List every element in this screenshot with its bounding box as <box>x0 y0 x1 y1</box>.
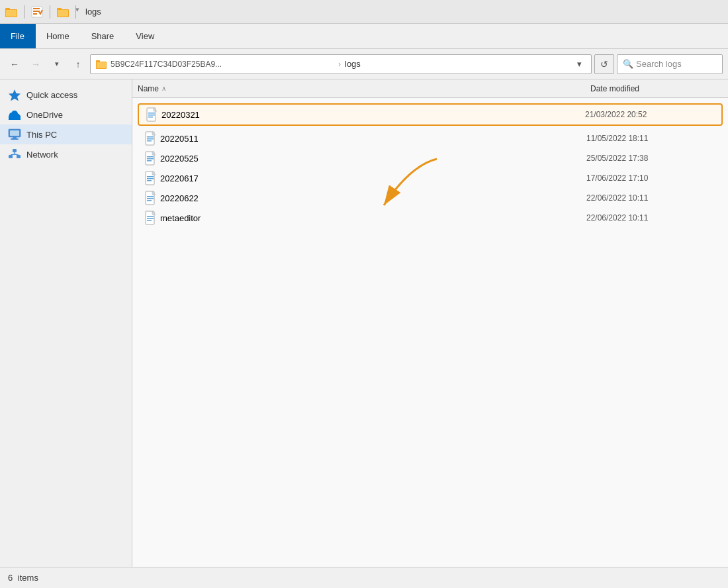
table-row[interactable]: metaeditor 22/06/2022 10:11 <box>138 208 723 228</box>
svg-rect-33 <box>148 117 153 118</box>
svg-rect-18 <box>9 117 21 120</box>
sidebar-label-network: Network <box>26 150 58 160</box>
svg-rect-2 <box>6 10 17 17</box>
file-icon-0 <box>143 107 161 122</box>
table-row[interactable]: 20220511 11/05/2022 18:11 <box>138 128 723 148</box>
file-icon-2 <box>142 151 160 166</box>
title-divider <box>24 5 24 19</box>
address-current-folder: logs <box>345 59 569 69</box>
svg-line-27 <box>11 154 15 155</box>
col-date-label: Date modified <box>590 84 723 93</box>
file-date-4: 22/06/2022 10:11 <box>586 193 719 203</box>
sidebar-item-network[interactable]: Network <box>0 144 132 164</box>
window-title: logs <box>85 7 101 17</box>
svg-rect-46 <box>147 176 154 177</box>
sidebar-label-quick-access: Quick access <box>26 90 77 100</box>
search-box[interactable]: 🔍 Search logs <box>617 54 723 74</box>
svg-rect-6 <box>33 13 37 15</box>
folder-icon-2 <box>57 7 69 17</box>
address-dropdown-button[interactable]: ▾ <box>572 55 586 74</box>
address-folder-icon <box>96 60 107 69</box>
file-icon-3 <box>142 171 160 185</box>
svg-rect-47 <box>147 178 154 179</box>
column-headers: Name ∧ Date modified <box>132 79 728 98</box>
forward-button[interactable]: → <box>26 55 45 74</box>
svg-marker-13 <box>9 89 21 101</box>
svg-rect-5 <box>33 11 40 12</box>
file-icon-1 <box>142 131 160 146</box>
svg-rect-32 <box>148 115 155 116</box>
svg-rect-57 <box>147 218 154 219</box>
svg-rect-52 <box>147 198 154 199</box>
file-icon-5 <box>142 211 160 225</box>
svg-point-17 <box>11 111 18 117</box>
svg-rect-53 <box>147 200 152 201</box>
status-bar: 6 items <box>0 567 728 588</box>
file-date-0: 21/03/2022 20:52 <box>585 110 717 119</box>
file-icon-4 <box>142 191 160 205</box>
content-area: Name ∧ Date modified 20220321 <box>132 79 728 567</box>
table-row[interactable]: 20220622 22/06/2022 10:11 <box>138 188 723 208</box>
sidebar-item-quick-access[interactable]: Quick access <box>0 85 132 105</box>
table-row[interactable]: 20220525 25/05/2022 17:38 <box>138 148 723 168</box>
search-icon: 🔍 <box>623 59 633 69</box>
svg-rect-12 <box>97 62 106 68</box>
cloud-icon <box>8 109 21 121</box>
monitor-icon <box>8 128 21 140</box>
file-list: 20220321 21/03/2022 20:52 20220511 11/05… <box>132 98 728 230</box>
network-icon <box>8 148 21 160</box>
svg-rect-48 <box>147 180 152 181</box>
sidebar: Quick access OneDrive <box>0 79 132 567</box>
ribbon-tab-file[interactable]: File <box>0 24 36 48</box>
main-layout: Quick access OneDrive <box>0 79 728 567</box>
table-row[interactable]: 20220617 17/06/2022 17:10 <box>138 168 723 188</box>
folder-icon-1 <box>5 7 17 17</box>
svg-rect-56 <box>147 216 154 217</box>
file-name-2: 20220525 <box>160 154 586 164</box>
svg-rect-36 <box>147 136 154 138</box>
table-row[interactable]: 20220321 21/03/2022 20:52 <box>138 103 723 126</box>
status-items-label: items <box>18 573 38 583</box>
file-date-2: 25/05/2022 17:38 <box>586 154 719 163</box>
file-date-1: 11/05/2022 18:11 <box>586 134 719 143</box>
svg-rect-38 <box>147 140 152 142</box>
svg-rect-43 <box>147 160 152 162</box>
address-box[interactable]: 5B9C24F117C34D03F25BA9... › logs ▾ <box>90 54 592 74</box>
ribbon-tab-share[interactable]: Share <box>81 24 126 48</box>
sidebar-item-onedrive[interactable]: OneDrive <box>0 105 132 124</box>
svg-rect-31 <box>148 113 155 114</box>
svg-rect-22 <box>11 138 19 140</box>
svg-rect-25 <box>17 155 21 158</box>
up-button[interactable]: ↑ <box>69 55 87 74</box>
file-name-3: 20220617 <box>160 173 586 183</box>
svg-rect-23 <box>13 149 17 152</box>
checklist-icon <box>31 6 43 18</box>
address-path-short: 5B9C24F117C34D03F25BA9... <box>111 60 334 69</box>
svg-rect-9 <box>58 10 68 17</box>
refresh-button[interactable]: ↺ <box>594 54 614 74</box>
svg-rect-24 <box>9 155 13 158</box>
file-date-3: 17/06/2022 17:10 <box>586 173 719 183</box>
recent-locations-button[interactable]: ▾ <box>48 55 66 74</box>
svg-line-28 <box>15 154 19 155</box>
file-name-1: 20220511 <box>160 134 586 144</box>
file-name-0: 20220321 <box>161 110 585 120</box>
file-date-5: 22/06/2022 10:11 <box>586 213 719 222</box>
back-button[interactable]: ← <box>5 55 24 74</box>
svg-rect-21 <box>13 137 17 138</box>
status-count: 6 <box>8 573 13 583</box>
svg-rect-51 <box>147 196 154 197</box>
ribbon: File Home Share View <box>0 24 728 49</box>
ribbon-tab-view[interactable]: View <box>125 24 165 48</box>
file-name-4: 20220622 <box>160 193 586 203</box>
sidebar-item-this-pc[interactable]: This PC <box>0 124 132 144</box>
svg-rect-41 <box>147 156 154 158</box>
svg-rect-20 <box>10 130 19 136</box>
svg-rect-42 <box>147 158 154 160</box>
sidebar-label-onedrive: OneDrive <box>26 110 63 120</box>
search-input-text: Search logs <box>636 59 682 69</box>
ribbon-tab-home[interactable]: Home <box>36 24 81 48</box>
title-arrow-divider: ▾ <box>75 5 76 19</box>
sidebar-label-this-pc: This PC <box>26 130 57 140</box>
address-bar-row: ← → ▾ ↑ 5B9C24F117C34D03F25BA9... › logs… <box>0 49 728 79</box>
